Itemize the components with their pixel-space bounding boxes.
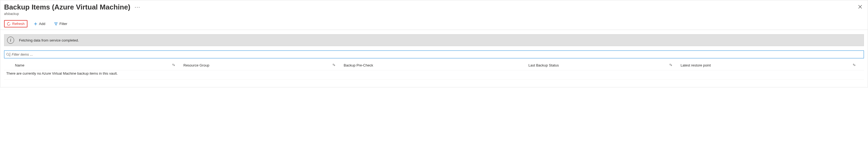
toolbar: Refresh Add Filter [0, 18, 868, 30]
filter-input-wrap[interactable] [4, 50, 864, 59]
info-bar: i Fetching data from service completed. [4, 34, 864, 46]
refresh-icon [7, 22, 10, 26]
column-last-backup[interactable]: Last Backup Status [528, 63, 681, 67]
filter-button[interactable]: Filter [52, 21, 70, 27]
sort-icon[interactable] [332, 63, 344, 67]
column-restore-point[interactable]: Latest restore point [681, 63, 864, 67]
filter-label: Filter [60, 22, 67, 26]
text-cursor [10, 53, 10, 56]
close-icon [858, 5, 862, 9]
blade-header: Backup Items (Azure Virtual Machine) ··· [4, 3, 864, 11]
add-button[interactable]: Add [31, 21, 48, 27]
filter-input[interactable] [10, 52, 862, 57]
close-button[interactable] [858, 5, 862, 9]
more-button[interactable]: ··· [135, 4, 141, 10]
add-label: Add [39, 22, 45, 26]
search-icon [6, 53, 10, 56]
column-name[interactable]: Name [15, 63, 183, 67]
sort-icon[interactable] [172, 63, 183, 67]
info-message: Fetching data from service completed. [19, 38, 79, 42]
sort-icon[interactable] [669, 63, 681, 67]
column-pre-check[interactable]: Backup Pre-Check [344, 63, 528, 67]
filter-icon [54, 22, 58, 26]
subtitle: afsbackup [4, 12, 864, 16]
sort-icon[interactable] [852, 63, 864, 67]
refresh-label: Refresh [12, 22, 25, 26]
page-title: Backup Items (Azure Virtual Machine) [4, 3, 130, 11]
column-resource-group[interactable]: Resource Group [183, 63, 344, 67]
plus-icon [34, 22, 37, 26]
empty-message: There are currently no Azure Virtual Mac… [4, 70, 864, 79]
svg-point-0 [6, 53, 9, 55]
info-icon: i [7, 37, 14, 44]
backup-items-blade: Backup Items (Azure Virtual Machine) ···… [0, 0, 868, 87]
table-header: Name Resource Group Backup Pre-Check Las… [4, 62, 864, 70]
refresh-button[interactable]: Refresh [4, 20, 27, 28]
